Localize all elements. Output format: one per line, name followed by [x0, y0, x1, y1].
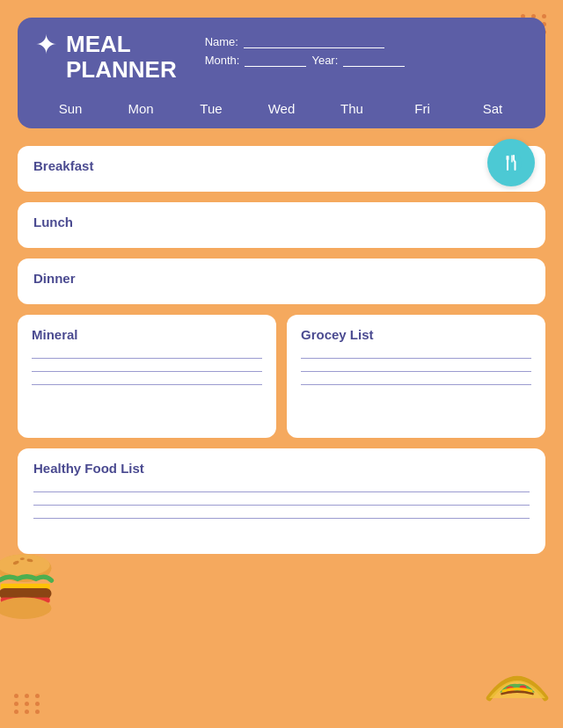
healthy-label: Healthy Food List	[33, 461, 530, 476]
content: Breakfast Lunch Dinner	[18, 146, 545, 554]
svg-rect-6	[0, 588, 52, 599]
year-input-line[interactable]	[343, 55, 405, 67]
mineral-label: Mineral	[32, 327, 262, 342]
dots-bottom-left	[14, 694, 42, 714]
healthy-line-3[interactable]	[33, 518, 530, 519]
name-field-row: Name:	[205, 35, 528, 48]
title-line1: MEAL	[66, 32, 177, 57]
grocery-line-1[interactable]	[301, 358, 531, 359]
healthy-card: Healthy Food List	[18, 448, 545, 554]
header-card: ✦ MEAL PLANNER Name: Month: Year:	[18, 18, 545, 128]
month-input-line[interactable]	[245, 55, 306, 67]
breakfast-row: Breakfast	[18, 146, 545, 192]
mineral-card: Mineral	[18, 315, 276, 438]
grocery-line-3[interactable]	[301, 384, 531, 385]
healthy-line-2[interactable]	[33, 505, 530, 506]
svg-rect-13	[506, 156, 509, 160]
month-label: Month:	[205, 54, 240, 67]
lunch-row: Lunch	[18, 202, 545, 248]
mineral-lines	[32, 358, 262, 385]
day-tue: Tue	[194, 101, 229, 116]
grocery-card: Grocey List	[287, 315, 545, 438]
lunch-label: Lunch	[33, 215, 73, 229]
year-label: Year:	[311, 54, 338, 67]
burger-decoration	[0, 552, 55, 622]
mineral-line-1[interactable]	[32, 358, 262, 359]
breakfast-label: Breakfast	[33, 158, 93, 173]
mineral-line-3[interactable]	[32, 384, 262, 385]
title-line2: PLANNER	[66, 57, 177, 83]
plate-icon	[487, 139, 535, 186]
healthy-lines	[33, 491, 530, 519]
grocery-lines	[301, 358, 531, 385]
svg-point-1	[0, 554, 50, 576]
day-thu: Thu	[334, 101, 369, 116]
name-month-block: Name: Month: Year:	[187, 32, 528, 72]
day-fri: Fri	[405, 101, 440, 116]
grocery-label: Grocey List	[301, 327, 531, 342]
name-label: Name:	[205, 35, 238, 48]
healthy-line-1[interactable]	[33, 491, 530, 492]
days-row: Sun Mon Tue Wed Thu Fri Sat	[35, 94, 528, 116]
sparkle-icon: ✦	[35, 32, 57, 58]
svg-point-11	[501, 152, 522, 173]
page: ✦ MEAL PLANNER Name: Month: Year:	[0, 0, 563, 728]
title-block: MEAL PLANNER	[66, 32, 177, 82]
dinner-label: Dinner	[33, 271, 76, 286]
taco-decoration	[482, 654, 552, 707]
grocery-line-2[interactable]	[301, 371, 531, 372]
mineral-line-2[interactable]	[32, 371, 262, 372]
day-wed: Wed	[264, 101, 299, 116]
two-col-section: Mineral Grocey List	[18, 315, 545, 438]
month-year-row: Month: Year:	[205, 54, 528, 67]
day-sun: Sun	[53, 101, 88, 116]
day-sat: Sat	[475, 101, 510, 116]
name-input-line[interactable]	[244, 36, 384, 48]
dinner-row: Dinner	[18, 258, 545, 304]
day-mon: Mon	[123, 101, 158, 116]
